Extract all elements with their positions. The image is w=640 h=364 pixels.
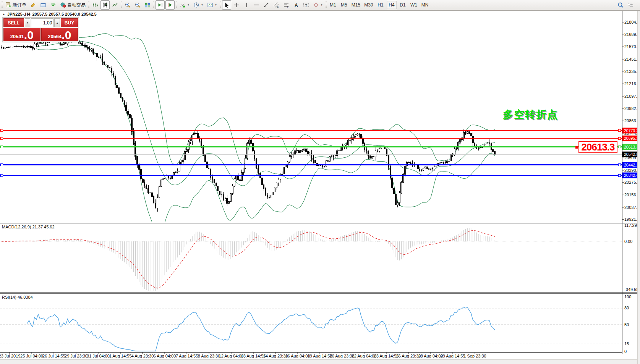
toolbar-group-chart-types (87, 0, 120, 10)
buy-price-display[interactable]: 20564.0 (41, 28, 78, 41)
volume-input[interactable] (31, 18, 53, 27)
svg-text:14 Aug 23:30: 14 Aug 23:30 (263, 354, 288, 358)
one-click-trading-panel: SELL ▼ ▲ BUY 20541.0 20564.0 (2, 17, 79, 42)
svg-text:19 Aug 14:55: 19 Aug 14:55 (308, 354, 332, 358)
tile-windows-icon (144, 2, 151, 8)
toolbar-button-new-order[interactable]: 新订单 (4, 0, 28, 10)
svg-text:12 Aug 04:00: 12 Aug 04:00 (219, 354, 244, 358)
toolbar-button-zoom-in[interactable] (123, 0, 132, 10)
toolbar-button-text-label[interactable]: T (301, 0, 311, 10)
svg-text:80: 80 (624, 306, 629, 310)
rsi-value: 46.8384 (18, 295, 33, 299)
svg-text:0.00: 0.00 (624, 239, 632, 244)
toolbar-button-fibonacci-retracement[interactable]: F (282, 0, 291, 10)
periods-dropdown-caret[interactable]: ▼ (201, 4, 203, 6)
timeframe-m15[interactable]: M15 (350, 1, 362, 9)
timeframe-d1[interactable]: D1 (398, 1, 408, 9)
svg-text:26 Aug 23:30: 26 Aug 23:30 (396, 354, 421, 358)
buy-price-main: 20564 (48, 34, 62, 39)
toolbar-button-bar-chart[interactable] (91, 0, 100, 10)
indicators-dropdown-caret[interactable]: ▼ (187, 4, 190, 6)
collapse-panel-icon[interactable]: ▲ (2, 13, 5, 16)
toolbar-button-horizontal-line[interactable] (252, 0, 261, 10)
signals-icon (50, 2, 56, 8)
toolbar-button-search[interactable] (616, 0, 625, 10)
symbol-ohlc: 20557.5 20557.5 20540.0 20542.5 (32, 12, 96, 16)
timeframe-w1[interactable]: W1 (409, 1, 419, 9)
toolbar-button-vertical-line[interactable] (242, 0, 251, 10)
svg-text:T: T (305, 3, 307, 7)
svg-text:1 Sep 23:30: 1 Sep 23:30 (463, 354, 486, 358)
arrows-dropdown-caret[interactable]: ▼ (321, 4, 323, 6)
toolbar-button-zoom-out[interactable] (133, 0, 142, 10)
rsi-label: RSI(14) 46.8384 (2, 295, 33, 299)
toolbar-button-text[interactable]: A (292, 0, 301, 10)
svg-text:117.29: 117.29 (624, 223, 637, 228)
timeframe-h4[interactable]: H4 (387, 1, 397, 9)
volume-step-up-button[interactable]: ▲ (54, 18, 60, 27)
svg-text:26 Jul 14:55: 26 Jul 14:55 (42, 354, 65, 358)
toolbar-button-auto-scroll[interactable] (156, 0, 165, 10)
toolbar-right (616, 0, 639, 10)
timeframe-m30[interactable]: M30 (363, 1, 374, 9)
price-callout-box[interactable]: 20613.3 (578, 141, 617, 153)
svg-text:29 Aug 14:55: 29 Aug 14:55 (441, 354, 465, 358)
volume-step-down-button[interactable]: ▼ (25, 18, 31, 27)
new-order-label: 新订单 (13, 2, 26, 8)
toolbar-button-cursor[interactable] (222, 0, 231, 10)
toolbar-button-line-chart[interactable] (110, 0, 120, 10)
toolbar-group-timeframes: M1M5M15M30H1H4D1W1MN (325, 0, 431, 10)
toolbar-button-periods[interactable]: ▼ (192, 0, 205, 10)
svg-text:20442.2: 20442.2 (624, 163, 638, 167)
svg-text:15: 15 (624, 341, 629, 346)
toolbar-group-insert: ▼▼▼ (175, 0, 219, 10)
symbol-bar: ▲ JPN225-,H4 20557.5 20557.5 20540.0 205… (2, 12, 97, 16)
timeframe-m5[interactable]: M5 (339, 1, 349, 9)
svg-text:16 Aug 04:00: 16 Aug 04:00 (285, 354, 310, 358)
templates-dropdown-caret[interactable]: ▼ (215, 4, 217, 6)
text-label-icon: T (303, 2, 309, 8)
status-strip (0, 359, 637, 364)
mt4-window: 新订单自动交易▼▼▼EFAT▼M1M5M15M30H1H4D1W1MN 117.… (0, 0, 640, 364)
rsi-name: RSI(14) (2, 295, 16, 299)
svg-text:0: 0 (624, 349, 627, 354)
toolbar-button-arrows[interactable]: ▼ (311, 0, 324, 10)
timeframe-m1[interactable]: M1 (328, 1, 338, 9)
toolbar-button-candlestick-chart[interactable] (100, 0, 110, 10)
sell-button[interactable]: SELL (3, 18, 24, 27)
autotrading-icon (60, 2, 66, 8)
toolbar-button-autotrading[interactable]: 自动交易 (58, 0, 87, 10)
svg-text:31 Jul 04:00: 31 Jul 04:00 (87, 354, 110, 358)
chart-area[interactable]: 117.290.00-349.58 1008050150 21804.52168… (0, 11, 640, 364)
toolbar-button-crosshair[interactable] (232, 0, 241, 10)
toolbar-button-signals[interactable] (49, 0, 58, 10)
svg-text:50: 50 (624, 322, 629, 327)
toolbar-button-templates[interactable]: ▼ (206, 0, 219, 10)
svg-text:20695.3: 20695.3 (624, 136, 638, 141)
toolbar-button-options-window[interactable] (39, 0, 48, 10)
sell-price-big: .0 (24, 30, 34, 40)
toolbar-button-metaeditor[interactable] (29, 0, 38, 10)
timeframe-mn[interactable]: MN (420, 1, 430, 9)
svg-text:-349.58: -349.58 (624, 287, 638, 292)
toolbar-button-trendline[interactable] (262, 0, 271, 10)
svg-text:23 Aug 14:55: 23 Aug 14:55 (374, 354, 399, 358)
toolbar-button-chat[interactable] (626, 0, 635, 10)
macd-name: MACD(12,26,9) (2, 225, 31, 229)
vertical-line-icon (243, 2, 250, 8)
svg-text:28 Aug 04:00: 28 Aug 04:00 (418, 354, 443, 358)
buy-button[interactable]: BUY (61, 18, 78, 27)
svg-text:20542.5: 20542.5 (624, 152, 638, 157)
line-chart-icon (112, 2, 118, 8)
toolbar-group-zoom (120, 0, 152, 10)
macd-value-2: 45.62 (44, 225, 55, 229)
toolbar-button-indicators[interactable]: ▼ (178, 0, 191, 10)
svg-text:A: A (295, 3, 298, 8)
toolbar-button-equidistant-channel[interactable]: E (272, 0, 281, 10)
timeframe-h1[interactable]: H1 (376, 1, 386, 9)
periods-icon (193, 2, 199, 8)
sell-price-display[interactable]: 20541.0 (3, 28, 41, 41)
toolbar: 新订单自动交易▼▼▼EFAT▼M1M5M15M30H1H4D1W1MN (0, 0, 640, 11)
toolbar-button-chart-shift[interactable] (165, 0, 175, 10)
toolbar-button-tile-windows[interactable] (143, 0, 152, 10)
